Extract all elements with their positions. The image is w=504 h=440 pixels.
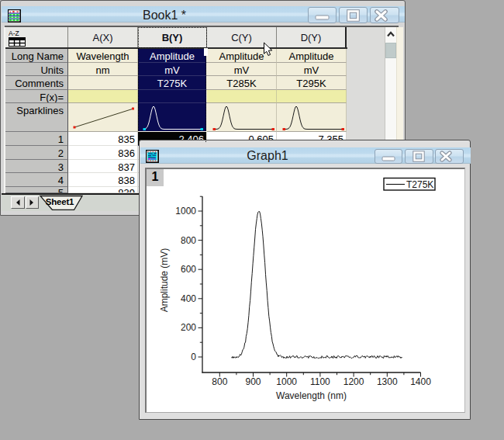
svg-text:400: 400 <box>181 293 196 304</box>
svg-text:600: 600 <box>181 264 196 275</box>
svg-text:1400: 1400 <box>410 376 431 387</box>
svg-text:1200: 1200 <box>343 376 364 387</box>
svg-text:0: 0 <box>191 352 196 362</box>
svg-text:900: 900 <box>245 376 261 387</box>
svg-text:Amplitude (mV): Amplitude (mV) <box>159 248 170 313</box>
svg-text:1100: 1100 <box>310 376 330 387</box>
svg-text:800: 800 <box>212 376 227 387</box>
svg-text:A-Z: A-Z <box>9 29 19 37</box>
svg-text:800: 800 <box>181 235 196 246</box>
svg-text:200: 200 <box>181 322 196 333</box>
svg-text:Wavelength (nm): Wavelength (nm) <box>276 390 347 401</box>
svg-text:1300: 1300 <box>377 376 398 387</box>
svg-text:1000: 1000 <box>276 376 297 387</box>
svg-text:1000: 1000 <box>175 206 196 217</box>
svg-text:T275K: T275K <box>406 179 433 190</box>
